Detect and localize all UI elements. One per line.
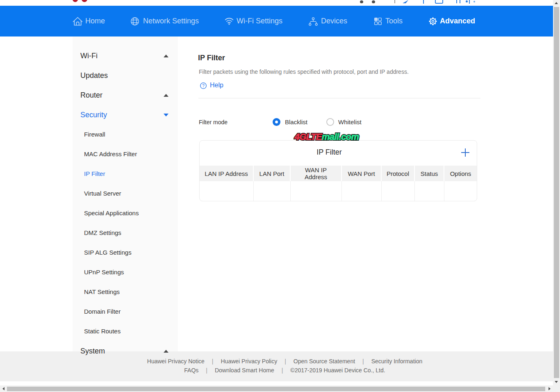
svg-text:?: ? — [202, 84, 205, 88]
